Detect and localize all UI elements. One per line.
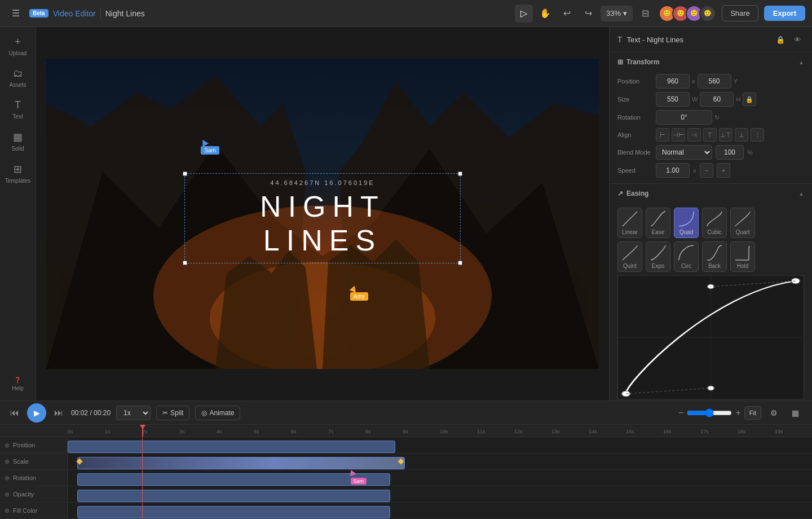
timeline-play-button[interactable]: ▶ xyxy=(27,403,46,423)
easing-quint-button[interactable]: Quint xyxy=(617,241,642,272)
sidebar-item-solid[interactable]: ▦ Solid xyxy=(2,126,34,156)
upload-icon: + xyxy=(15,36,21,48)
rotation-group: ↻ xyxy=(656,110,804,125)
timeline-ruler[interactable]: 0s 1s 2s 3s 4s 5s 6s 7s 8s 9s 10s 11s 12… xyxy=(68,425,812,437)
hand-tool-button[interactable]: ✋ xyxy=(536,5,554,23)
panel-lock-button[interactable]: 🔒 xyxy=(774,33,787,46)
split-label: Split xyxy=(170,409,183,417)
timeline-zoom-in-button[interactable]: + xyxy=(735,408,740,418)
undo-button[interactable]: ↩ xyxy=(558,5,576,23)
track-row-fill-color: ⊕ Fill Color xyxy=(0,503,812,519)
blend-opacity-input[interactable] xyxy=(716,145,744,160)
timeline-zoom-slider[interactable] xyxy=(687,408,732,417)
easing-row-1: Linear Ease Quad Cubic xyxy=(617,208,804,238)
track-content-position[interactable] xyxy=(68,437,812,453)
easing-section-header[interactable]: ↗ Easing ▲ xyxy=(610,184,812,203)
rotation-input[interactable] xyxy=(656,110,712,125)
align-center-v-button[interactable]: ⊥⊤ xyxy=(719,128,732,142)
zoom-selector[interactable]: 33% ▾ xyxy=(601,6,633,21)
sidebar-item-upload[interactable]: + Upload xyxy=(2,32,34,61)
speed-controls: x − + xyxy=(656,163,804,178)
circ-curve-icon xyxy=(678,244,695,261)
split-button[interactable]: ✂ Split xyxy=(156,406,189,420)
canvas-area[interactable]: 44.684267N 16.076019E NIGHT LINES Sam Am… xyxy=(36,27,609,401)
speed-option-minus[interactable]: − xyxy=(700,163,713,178)
size-h-input[interactable] xyxy=(700,92,734,107)
expo-label: Expo xyxy=(652,263,665,269)
quint-curve-icon xyxy=(621,244,638,261)
timeline-settings-button[interactable]: ⚙ xyxy=(765,404,783,422)
position-playhead xyxy=(142,437,143,453)
handle-br[interactable] xyxy=(458,261,462,265)
playback-speed-selector[interactable]: 1x 2x 0.5x xyxy=(116,406,151,420)
main-area: + Upload 🗂 Assets T Text ▦ Solid ⊞ Templ… xyxy=(0,27,812,401)
rotation-row: Rotation ↻ xyxy=(617,110,804,125)
track-content-scale[interactable] xyxy=(68,454,812,469)
curve-preview[interactable] xyxy=(617,275,804,399)
panel-visibility-button[interactable]: 👁 xyxy=(791,33,804,46)
speed-option-plus[interactable]: + xyxy=(717,163,730,178)
speed-input[interactable] xyxy=(656,163,690,178)
select-tool-button[interactable]: ▷ xyxy=(515,5,533,23)
cursor-arrow-sam-top xyxy=(200,138,209,147)
timeline-right-controls: − + Fit ⚙ ▦ xyxy=(678,404,804,422)
sidebar-item-help[interactable]: ❓ Help xyxy=(8,372,27,396)
easing-expo-button[interactable]: Expo xyxy=(646,241,670,272)
align-center-h-button[interactable]: ⊣⊢ xyxy=(672,128,685,142)
sidebar-item-templates[interactable]: ⊞ Templates xyxy=(2,159,34,188)
size-row: Size W H 🔒 xyxy=(617,92,804,107)
blend-opacity-percent: % xyxy=(747,149,753,156)
cubic-curve-icon xyxy=(706,210,723,227)
align-distribute-button[interactable]: ⋮ xyxy=(751,128,764,142)
zoom-chevron: ▾ xyxy=(623,9,627,17)
timeline-prev-button[interactable]: ⏮ xyxy=(8,406,21,420)
canvas-text-element[interactable]: 44.684267N 16.076019E NIGHT LINES xyxy=(184,173,461,263)
blend-mode-select[interactable]: Normal xyxy=(656,145,712,160)
sidebar-item-assets[interactable]: 🗂 Assets xyxy=(2,63,34,93)
sidebar-item-text[interactable]: T Text xyxy=(2,95,34,124)
position-y-label: Y xyxy=(734,78,738,85)
easing-cubic-button[interactable]: Cubic xyxy=(702,208,727,238)
text-icon: T xyxy=(15,99,21,111)
svg-line-4 xyxy=(623,212,637,226)
scale-track-icon: ⊕ xyxy=(5,458,10,465)
easing-hold-button[interactable]: Hold xyxy=(730,241,755,272)
export-button[interactable]: Export xyxy=(764,6,805,21)
timeline-zoom-out-button[interactable]: − xyxy=(678,408,683,418)
ruler-mark-10s: 10s xyxy=(440,429,448,434)
timeline-fit-button[interactable]: Fit xyxy=(744,406,761,420)
easing-quad-button[interactable]: Quad xyxy=(674,208,699,238)
position-x-input[interactable] xyxy=(656,74,690,89)
transform-section-header[interactable]: ⊞ Transform ▲ xyxy=(610,52,812,72)
lock-aspect-button[interactable]: 🔒 xyxy=(743,93,756,106)
align-top-button[interactable]: ⊤ xyxy=(703,128,717,142)
track-content-opacity[interactable] xyxy=(68,486,812,502)
size-w-input[interactable] xyxy=(656,92,690,107)
position-y-input[interactable] xyxy=(698,74,731,89)
redo-button[interactable]: ↪ xyxy=(579,5,597,23)
share-button[interactable]: Share xyxy=(722,5,758,21)
fill-color-playhead xyxy=(142,503,143,518)
subtitles-button[interactable]: ⊟ xyxy=(636,5,654,23)
position-x-label: x xyxy=(692,78,695,85)
easing-back-button[interactable]: Back xyxy=(702,241,727,272)
easing-linear-button[interactable]: Linear xyxy=(617,208,642,238)
animate-button[interactable]: ◎ Animate xyxy=(195,406,240,420)
ruler-mark-7s: 7s xyxy=(328,429,334,434)
easing-quart-button[interactable]: Quart xyxy=(730,208,755,238)
timeline-grid-button[interactable]: ▦ xyxy=(786,404,804,422)
easing-circ-button[interactable]: Circ xyxy=(674,241,699,272)
track-content-fill-color[interactable] xyxy=(68,503,812,518)
menu-button[interactable]: ☰ xyxy=(7,5,25,23)
opacity-track-label: Opacity xyxy=(13,491,34,498)
back-curve-icon xyxy=(706,244,723,261)
align-left-button[interactable]: ⊢ xyxy=(656,128,669,142)
easing-ease-button[interactable]: Ease xyxy=(646,208,670,238)
align-right-button[interactable]: ⊣ xyxy=(687,128,701,142)
align-bottom-button[interactable]: ⊥ xyxy=(735,128,748,142)
timeline-next-button[interactable]: ⏭ xyxy=(52,406,65,420)
handle-bl[interactable] xyxy=(183,261,187,265)
track-content-rotation[interactable]: ▶ Sam xyxy=(68,470,812,486)
handle-tr[interactable] xyxy=(458,171,462,176)
handle-tl[interactable] xyxy=(183,171,187,176)
